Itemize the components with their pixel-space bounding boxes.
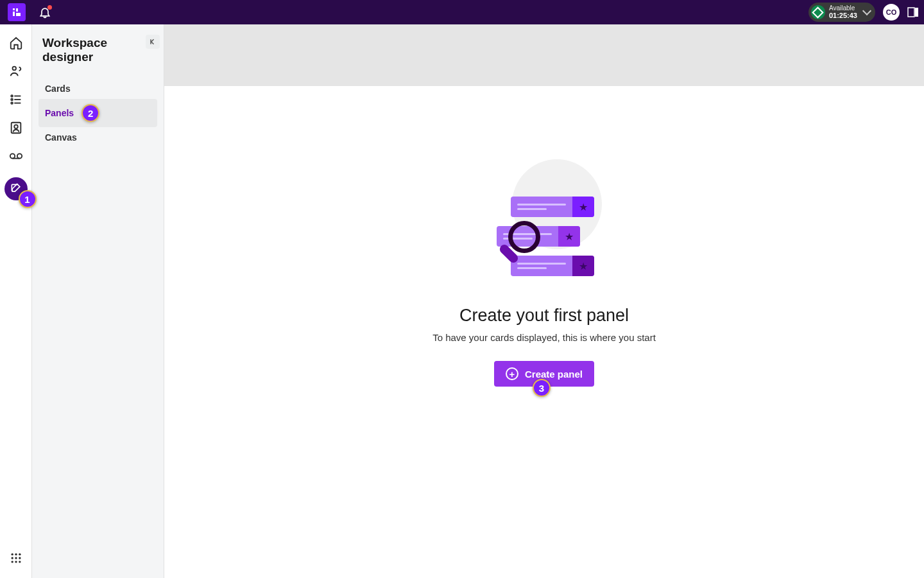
user-avatar[interactable]: CO	[883, 4, 900, 21]
svg-point-18	[11, 554, 13, 556]
svg-rect-4	[908, 8, 914, 17]
apps-grid-icon[interactable]	[9, 551, 23, 565]
svg-point-7	[11, 95, 13, 97]
app-logo[interactable]	[8, 3, 26, 21]
main-header-banner	[164, 24, 924, 86]
svg-point-9	[11, 99, 13, 101]
svg-point-23	[19, 557, 21, 559]
side-panel-toggle-icon[interactable]	[907, 6, 919, 18]
svg-point-22	[15, 557, 17, 559]
empty-state-subtitle: To have your cards displayed, this is wh…	[377, 332, 711, 343]
status-label: Available	[829, 4, 857, 12]
create-panel-button[interactable]: + Create panel 3	[494, 361, 594, 387]
top-bar: Available 01:25:43 CO	[0, 0, 924, 24]
side-panel: Workspace designer Cards Panels 2 Canvas	[32, 24, 164, 578]
svg-rect-1	[13, 12, 15, 16]
step-1-callout: 1	[19, 190, 37, 208]
collapse-panel-button[interactable]	[146, 35, 160, 49]
empty-state: ★ ★ ★ Create yout first panel To have yo…	[377, 159, 711, 387]
empty-state-title: Create yout first panel	[377, 306, 711, 326]
svg-point-19	[15, 554, 17, 556]
status-timer: 01:25:43	[829, 12, 857, 19]
chevron-down-icon	[862, 6, 871, 15]
side-panel-title: Workspace designer	[42, 36, 157, 64]
notifications-bell-icon[interactable]	[38, 6, 51, 19]
step-3-callout: 3	[533, 379, 551, 397]
nav-item-label: Cards	[45, 83, 71, 94]
svg-rect-0	[13, 8, 15, 10]
home-icon[interactable]	[9, 36, 23, 50]
svg-point-11	[11, 102, 13, 104]
left-nav-rail: 1	[0, 24, 32, 578]
step-2-callout: 2	[81, 104, 99, 122]
nav-item-canvas[interactable]: Canvas	[38, 127, 157, 148]
voicemail-icon[interactable]	[9, 149, 23, 163]
svg-rect-3	[16, 13, 21, 16]
main-content: ★ ★ ★ Create yout first panel To have yo…	[164, 24, 924, 578]
svg-point-20	[19, 554, 21, 556]
agent-status-pill[interactable]: Available 01:25:43	[809, 3, 875, 21]
empty-state-illustration: ★ ★ ★	[474, 159, 615, 288]
notification-dot-icon	[47, 5, 52, 10]
svg-point-14	[14, 125, 18, 128]
nav-item-label: Panels	[45, 108, 74, 118]
nav-item-panels[interactable]: Panels 2	[38, 99, 157, 127]
svg-point-16	[17, 153, 21, 158]
svg-rect-2	[16, 8, 18, 12]
create-panel-button-label: Create panel	[525, 369, 583, 380]
svg-point-6	[12, 67, 16, 71]
svg-rect-5	[915, 8, 918, 17]
svg-point-21	[11, 557, 13, 559]
agent-icon[interactable]	[9, 64, 23, 78]
status-available-icon	[811, 5, 825, 19]
nav-item-label: Canvas	[45, 132, 77, 143]
svg-point-26	[19, 561, 21, 563]
svg-point-25	[15, 561, 17, 563]
svg-point-24	[11, 561, 13, 563]
plus-circle-icon: +	[506, 367, 518, 380]
list-tree-icon[interactable]	[9, 92, 23, 107]
contacts-icon[interactable]	[9, 121, 23, 135]
nav-item-cards[interactable]: Cards	[38, 78, 157, 99]
svg-point-15	[10, 153, 14, 158]
